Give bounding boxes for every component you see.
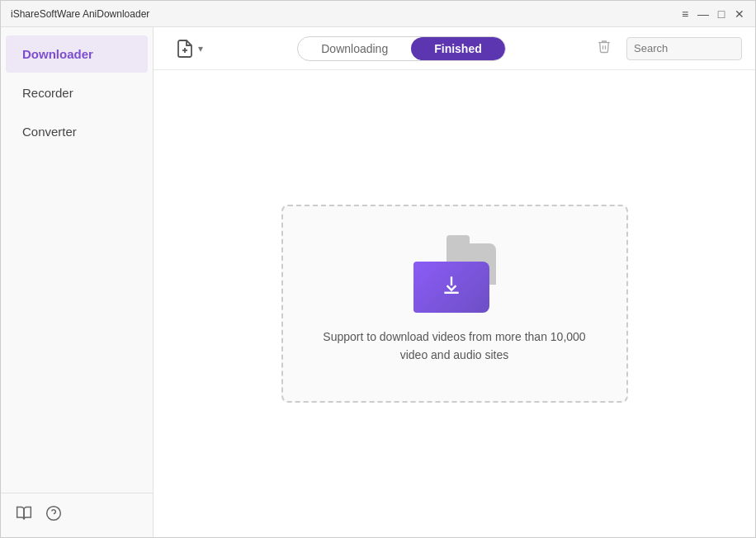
minimize-button[interactable]: — [697,8,709,20]
add-icon [175,39,195,59]
download-icon [441,274,462,300]
delete-button[interactable] [592,34,617,63]
main-content: ▾ Downloading Finished [154,27,755,537]
tab-finished[interactable]: Finished [411,37,505,60]
folder-icon [413,243,496,313]
empty-state: Support to download videos from more tha… [154,70,755,537]
trash-icon [597,39,612,54]
tab-downloading[interactable]: Downloading [298,37,411,60]
empty-box: Support to download videos from more tha… [281,205,628,403]
window-controls: ≡ — □ ✕ [679,8,745,20]
tab-toggle: Downloading Finished [297,36,506,61]
sidebar-item-converter[interactable]: Converter [6,113,148,150]
svg-point-0 [47,507,61,521]
title-bar: iShareSoftWare AniDownloader ≡ — □ ✕ [1,1,755,27]
sidebar-item-recorder[interactable]: Recorder [6,74,148,111]
add-chevron-icon: ▾ [198,43,203,54]
maximize-button[interactable]: □ [716,8,727,20]
sidebar-footer [1,493,153,537]
folder-front [413,262,489,313]
app-body: Downloader Recorder Converter [1,27,755,537]
sidebar: Downloader Recorder Converter [1,27,154,537]
sidebar-item-downloader[interactable]: Downloader [6,35,148,73]
search-input[interactable] [626,37,742,60]
app-title: iShareSoftWare AniDownloader [11,8,149,20]
book-icon[interactable] [16,505,32,526]
menu-button[interactable]: ≡ [679,8,691,20]
sidebar-nav: Downloader Recorder Converter [1,27,153,493]
add-download-button[interactable]: ▾ [167,34,211,64]
empty-description: Support to download videos from more tha… [314,328,595,365]
help-icon[interactable] [45,505,62,526]
close-button[interactable]: ✕ [734,8,745,20]
toolbar: ▾ Downloading Finished [154,27,755,70]
